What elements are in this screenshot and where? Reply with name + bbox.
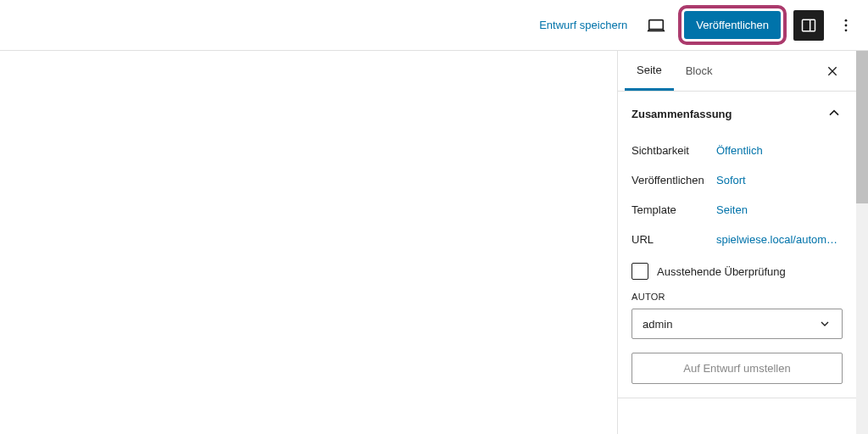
author-select[interactable]: admin [632, 309, 843, 339]
url-value[interactable]: spielwiese.local/autom… [716, 233, 837, 246]
scrollbar[interactable] [856, 51, 868, 434]
save-draft-link[interactable]: Entwurf speichern [532, 14, 634, 36]
publish-button[interactable]: Veröffentlichen [684, 11, 781, 39]
sidebar-icon [800, 17, 817, 34]
close-sidebar-button[interactable] [819, 58, 846, 85]
svg-rect-0 [649, 19, 664, 29]
url-row: URL spielwiese.local/autom… [632, 225, 843, 254]
svg-point-5 [845, 29, 848, 31]
settings-toggle-button[interactable] [793, 10, 824, 41]
tab-page[interactable]: Seite [625, 52, 674, 91]
chevron-up-icon [826, 105, 843, 122]
url-label: URL [632, 233, 716, 246]
summary-panel-toggle[interactable]: Zusammenfassung [618, 92, 856, 136]
publish-value[interactable]: Sofort [716, 174, 746, 186]
publish-highlight: Veröffentlichen [678, 5, 787, 45]
pending-review-checkbox[interactable] [632, 263, 648, 280]
pending-review-label: Ausstehende Überprüfung [657, 265, 786, 278]
settings-sidebar: Seite Block Zusammenfassung Sichtbarkeit… [617, 51, 856, 434]
sidebar-tabs: Seite Block [618, 51, 856, 92]
summary-panel-title: Zusammenfassung [632, 108, 732, 120]
tab-block[interactable]: Block [674, 53, 725, 89]
svg-point-3 [845, 19, 848, 21]
chevron-down-icon [818, 317, 832, 331]
close-icon [826, 64, 839, 78]
visibility-row: Sichtbarkeit Öffentlich [632, 136, 843, 165]
editor-toolbar: Entwurf speichern Veröffentlichen [0, 0, 868, 51]
template-label: Template [632, 203, 716, 216]
desktop-icon [647, 16, 665, 35]
options-menu-button[interactable] [831, 10, 861, 41]
template-value[interactable]: Seiten [716, 203, 748, 216]
svg-point-4 [845, 24, 848, 26]
more-vertical-icon [837, 17, 854, 34]
summary-panel: Zusammenfassung Sichtbarkeit Öffentlich … [618, 92, 856, 398]
publish-label: Veröffentlichen [632, 174, 716, 186]
svg-rect-1 [803, 19, 815, 31]
editor-canvas[interactable] [0, 51, 617, 434]
author-field-label: Autor [632, 292, 843, 302]
author-select-value: admin [643, 318, 672, 331]
template-row: Template Seiten [632, 195, 843, 225]
preview-button[interactable] [641, 10, 671, 41]
pending-review-row: Ausstehende Überprüfung [632, 254, 843, 292]
switch-to-draft-button[interactable]: Auf Entwurf umstellen [632, 353, 843, 384]
visibility-label: Sichtbarkeit [632, 144, 716, 157]
scrollbar-thumb[interactable] [856, 51, 868, 203]
publish-row: Veröffentlichen Sofort [632, 165, 843, 195]
visibility-value[interactable]: Öffentlich [716, 144, 763, 157]
